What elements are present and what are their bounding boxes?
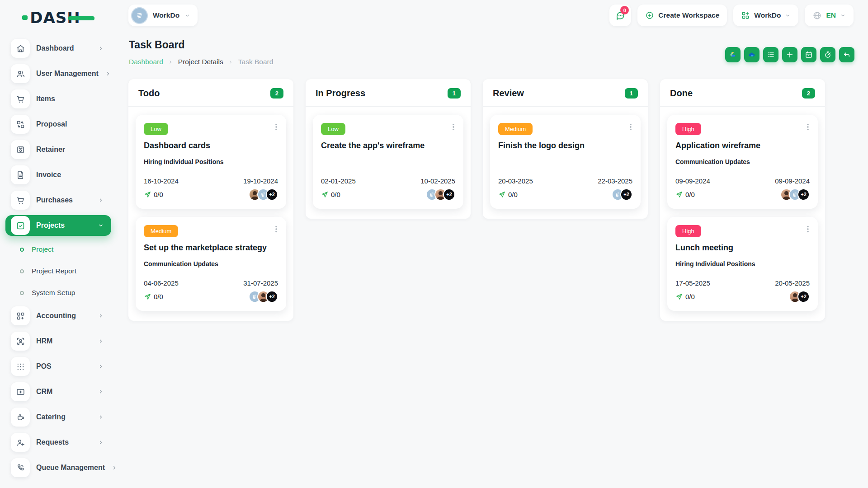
sidebar-item-items[interactable]: Items bbox=[5, 89, 111, 109]
sidebar-item-catering[interactable]: Catering bbox=[5, 407, 111, 427]
board-column-review: Review1MediumFinish the logo design20-03… bbox=[483, 79, 648, 219]
card-menu-dots-icon[interactable] bbox=[803, 224, 812, 234]
list-icon bbox=[767, 51, 775, 59]
chevron-right-icon bbox=[98, 197, 104, 203]
task-title: Dashboard cards bbox=[144, 141, 278, 150]
task-progress-value: 0/0 bbox=[331, 191, 340, 198]
sidebar-item-proposal[interactable]: Proposal bbox=[5, 114, 111, 135]
create-workspace-button[interactable]: Create Workspace bbox=[637, 5, 727, 26]
task-card[interactable]: MediumSet up the marketplace strategyCom… bbox=[136, 217, 286, 311]
column-header: Review1 bbox=[483, 79, 648, 107]
task-board: Todo2LowDashboard cardsHiring Individual… bbox=[128, 79, 825, 321]
grid-add-icon bbox=[741, 11, 750, 20]
chevron-down-icon bbox=[184, 13, 190, 19]
sidebar-item-label: Items bbox=[36, 95, 104, 103]
sidebar-item-projects[interactable]: Projects bbox=[5, 215, 111, 236]
pos-dots-icon bbox=[11, 357, 30, 376]
workspace-selector[interactable]: WorkDo bbox=[128, 5, 198, 26]
topbar: WorkDo 0 Create Workspace WorkDo EN bbox=[128, 5, 854, 26]
more-assignees-badge[interactable]: +2 bbox=[266, 188, 278, 201]
column-count-badge: 2 bbox=[270, 88, 283, 99]
sidebar-item-label: Invoice bbox=[36, 171, 104, 179]
more-assignees-badge[interactable]: +2 bbox=[443, 188, 455, 201]
sidebar-subitem-system-setup[interactable]: System Setup bbox=[5, 284, 111, 302]
breadcrumb-project-details[interactable]: Project Details bbox=[178, 58, 223, 66]
sidebar-item-user-management[interactable]: User Management bbox=[5, 63, 111, 84]
more-assignees-badge[interactable]: +2 bbox=[797, 188, 810, 201]
sidebar-item-queue-management[interactable]: Queue Management bbox=[5, 457, 111, 478]
sidebar-subitem-label: System Setup bbox=[32, 289, 75, 297]
app-logo[interactable]: DASH bbox=[22, 8, 94, 27]
priority-badge: High bbox=[675, 225, 701, 237]
task-card[interactable]: LowCreate the app's wireframe02-01-20251… bbox=[313, 115, 463, 209]
task-card[interactable]: MediumFinish the logo design20-03-202522… bbox=[490, 115, 641, 209]
card-menu-dots-icon[interactable] bbox=[803, 122, 812, 132]
messages-button[interactable]: 0 bbox=[609, 5, 631, 26]
messages-count-badge: 0 bbox=[620, 6, 629, 14]
task-card[interactable]: HighApplication wireframeCommunication U… bbox=[667, 115, 818, 209]
sidebar-item-requests[interactable]: Requests bbox=[5, 432, 111, 453]
card-menu-dots-icon[interactable] bbox=[449, 122, 458, 132]
task-footer: 0/0+2 bbox=[675, 290, 810, 303]
sidebar-item-pos[interactable]: POS bbox=[5, 356, 111, 377]
task-start-date: 16-10-2024 bbox=[144, 177, 179, 185]
chevron-right-icon bbox=[168, 60, 173, 65]
send-icon bbox=[675, 191, 683, 198]
sidebar-item-label: CRM bbox=[36, 388, 91, 396]
assignee-avatars: +2 bbox=[426, 188, 455, 201]
sidebar-item-label: Accounting bbox=[36, 312, 91, 320]
breadcrumb-dashboard[interactable]: Dashboard bbox=[129, 58, 163, 66]
more-assignees-badge[interactable]: +2 bbox=[266, 291, 278, 303]
priority-badge: High bbox=[675, 123, 701, 135]
column-header: In Progress1 bbox=[306, 79, 471, 107]
sidebar-item-hrm[interactable]: HRM bbox=[5, 331, 111, 352]
chevron-right-icon bbox=[98, 45, 104, 52]
chevron-right-icon bbox=[111, 465, 118, 471]
items-cart-icon bbox=[11, 89, 30, 108]
sidebar-item-dashboard[interactable]: Dashboard bbox=[5, 38, 111, 59]
task-footer: 0/0+2 bbox=[498, 188, 632, 201]
hrm-user-scan-icon bbox=[11, 332, 30, 351]
google-drive-button[interactable] bbox=[725, 47, 741, 62]
task-milestone: Communication Updates bbox=[675, 158, 810, 166]
requests-user-plus-icon bbox=[11, 433, 30, 452]
list-view-button[interactable] bbox=[763, 47, 778, 62]
card-menu-dots-icon[interactable] bbox=[626, 122, 635, 132]
sidebar-item-purchases[interactable]: Purchases bbox=[5, 190, 111, 211]
crm-card-icon bbox=[11, 382, 30, 401]
task-end-date: 22-03-2025 bbox=[598, 177, 632, 185]
breadcrumb: DashboardProject DetailsTask Board bbox=[129, 58, 273, 66]
back-button[interactable] bbox=[839, 47, 854, 62]
send-icon bbox=[675, 293, 683, 300]
task-card[interactable]: LowDashboard cardsHiring Individual Posi… bbox=[136, 115, 286, 209]
sidebar-subitem-project-report[interactable]: Project Report bbox=[5, 262, 111, 280]
sidebar-item-retainer[interactable]: Retainer bbox=[5, 139, 111, 160]
task-milestone: Hiring Individual Positions bbox=[675, 260, 810, 268]
task-progress: 0/0 bbox=[498, 191, 518, 198]
more-assignees-badge[interactable]: +2 bbox=[620, 188, 632, 201]
more-assignees-badge[interactable]: +2 bbox=[797, 291, 810, 303]
timer-button[interactable] bbox=[820, 47, 835, 62]
sidebar-item-label: HRM bbox=[36, 337, 91, 345]
priority-badge: Medium bbox=[144, 225, 178, 237]
sidebar-item-label: Proposal bbox=[36, 120, 104, 128]
card-menu-dots-icon[interactable] bbox=[272, 122, 281, 132]
task-title: Lunch meeting bbox=[675, 243, 810, 253]
sidebar-subitem-project[interactable]: Project bbox=[5, 240, 111, 258]
card-menu-dots-icon[interactable] bbox=[272, 224, 281, 234]
priority-badge: Low bbox=[144, 123, 168, 135]
workdo-menu-button[interactable]: WorkDo bbox=[733, 5, 798, 26]
language-selector[interactable]: EN bbox=[805, 5, 854, 26]
board-column-todo: Todo2LowDashboard cardsHiring Individual… bbox=[128, 79, 293, 321]
onedrive-button[interactable] bbox=[744, 47, 760, 62]
add-task-button[interactable] bbox=[782, 47, 797, 62]
calendar-button[interactable] bbox=[801, 47, 816, 62]
task-title: Application wireframe bbox=[675, 141, 810, 150]
queue-phone-icon bbox=[11, 458, 30, 477]
chevron-down-icon bbox=[785, 13, 791, 19]
task-card[interactable]: HighLunch meetingHiring Individual Posit… bbox=[667, 217, 818, 311]
sidebar-item-invoice[interactable]: Invoice bbox=[5, 164, 111, 185]
sidebar-item-accounting[interactable]: Accounting bbox=[5, 305, 111, 326]
sidebar-item-crm[interactable]: CRM bbox=[5, 381, 111, 402]
sidebar-item-label: Retainer bbox=[36, 145, 104, 154]
